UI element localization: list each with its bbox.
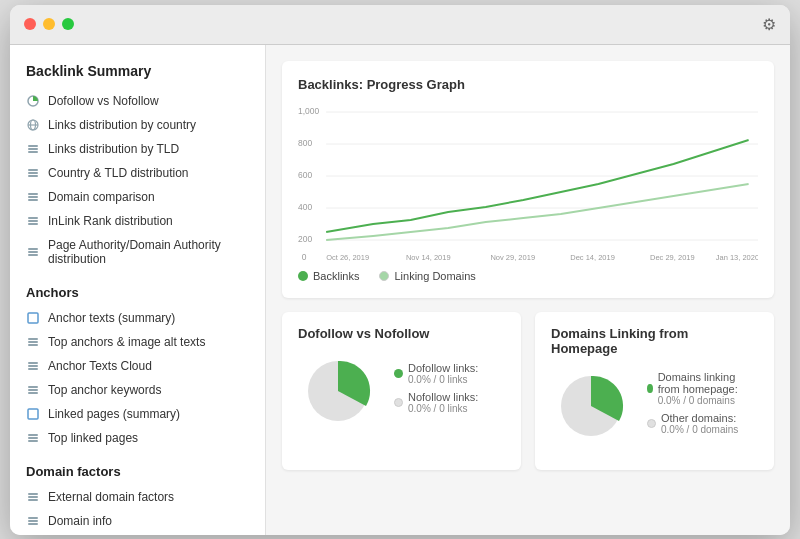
sidebar-item-domain-info[interactable]: Domain info [10, 509, 265, 533]
sidebar-item-linked-pages[interactable]: Linked pages (summary) [10, 402, 265, 426]
nofollow-value: 0.0% / 0 links [408, 403, 478, 414]
dofollow-pie-chart [298, 351, 378, 431]
svg-rect-18 [28, 254, 38, 256]
dofollow-dot [394, 369, 403, 378]
svg-rect-32 [28, 440, 38, 442]
sidebar-item-top-linked[interactable]: Top linked pages [10, 426, 265, 450]
svg-rect-5 [28, 148, 38, 150]
bottom-cards: Dofollow vs Nofollow Dofollow links: [282, 312, 774, 470]
svg-rect-11 [28, 196, 38, 198]
svg-text:800: 800 [298, 137, 312, 147]
svg-rect-28 [28, 392, 38, 394]
other-domains-value: 0.0% / 0 domains [661, 424, 738, 435]
sidebar-item-inlink[interactable]: InLink Rank distribution [10, 209, 265, 233]
maximize-button[interactable] [62, 18, 74, 30]
app-window: ⚙ Backlink Summary Dofollow vs Nofollow … [10, 5, 790, 535]
line-chart-svg: 1,000 800 600 400 200 0 Oct 26, 2019 [298, 102, 758, 262]
minimize-button[interactable] [43, 18, 55, 30]
list-icon [26, 431, 40, 445]
sidebar-item-label: External domain factors [48, 490, 174, 504]
dofollow-title: Dofollow vs Nofollow [298, 326, 505, 341]
sidebar-item-country-tld[interactable]: Country & TLD distribution [10, 161, 265, 185]
svg-rect-22 [28, 344, 38, 346]
sidebar-item-top-keywords[interactable]: Top anchor keywords [10, 378, 265, 402]
domains-homepage-dot [647, 384, 653, 393]
svg-rect-35 [28, 499, 38, 501]
svg-text:400: 400 [298, 201, 312, 211]
svg-rect-15 [28, 223, 38, 225]
nofollow-dot [394, 398, 403, 407]
sidebar-item-external-domain[interactable]: External domain factors [10, 485, 265, 509]
list-icon [26, 514, 40, 528]
list-icon [26, 214, 40, 228]
sidebar-item-label: Linked pages (summary) [48, 407, 180, 421]
svg-text:Dec 14, 2019: Dec 14, 2019 [570, 252, 615, 261]
svg-text:Dec 29, 2019: Dec 29, 2019 [650, 252, 695, 261]
domain-section-title: Domain factors [10, 450, 265, 485]
legend-linking-domains-label: Linking Domains [394, 270, 475, 282]
nofollow-label: Nofollow links: [408, 391, 478, 403]
sidebar-item-country[interactable]: Links distribution by country [10, 113, 265, 137]
anchors-section-title: Anchors [10, 271, 265, 306]
list-icon [26, 335, 40, 349]
sidebar-item-label: Page Authority/Domain Authority distribu… [48, 238, 249, 266]
sidebar-item-label: InLink Rank distribution [48, 214, 173, 228]
pie-icon [26, 94, 40, 108]
svg-rect-13 [28, 217, 38, 219]
dofollow-pie-area: Dofollow links: 0.0% / 0 links Nofollow … [298, 351, 505, 431]
svg-text:0: 0 [302, 251, 307, 261]
domains-title: Domains Linking from Homepage [551, 326, 758, 356]
list-icon [26, 142, 40, 156]
settings-button[interactable]: ⚙ [762, 15, 776, 34]
svg-rect-10 [28, 193, 38, 195]
dofollow-stats: Dofollow links: 0.0% / 0 links Nofollow … [394, 362, 478, 420]
svg-rect-16 [28, 248, 38, 250]
list-icon [26, 383, 40, 397]
legend-backlinks-label: Backlinks [313, 270, 359, 282]
list-icon [26, 359, 40, 373]
domains-stats: Domains linking from homepage: 0.0% / 0 … [647, 371, 758, 441]
linking-domains-dot [379, 271, 389, 281]
svg-text:1,000: 1,000 [298, 105, 319, 115]
svg-rect-31 [28, 437, 38, 439]
domains-card: Domains Linking from Homepage Domains li… [535, 312, 774, 470]
progress-graph-card: Backlinks: Progress Graph 1,000 800 600 … [282, 61, 774, 298]
svg-text:Nov 29, 2019: Nov 29, 2019 [490, 252, 535, 261]
list-icon [26, 490, 40, 504]
svg-rect-26 [28, 386, 38, 388]
traffic-lights [24, 18, 74, 30]
dofollow-label: Dofollow links: [408, 362, 478, 374]
chart-legend: Backlinks Linking Domains [298, 270, 758, 282]
svg-rect-38 [28, 523, 38, 525]
svg-rect-7 [28, 169, 38, 171]
svg-rect-19 [28, 313, 38, 323]
legend-backlinks: Backlinks [298, 270, 359, 282]
sidebar-item-tld[interactable]: Links distribution by TLD [10, 137, 265, 161]
box-icon [26, 311, 40, 325]
sidebar-item-label: Dofollow vs Nofollow [48, 94, 159, 108]
sidebar-item-label: Anchor Texts Cloud [48, 359, 152, 373]
sidebar-item-domain-comparison[interactable]: Domain comparison [10, 185, 265, 209]
other-domains-dot [647, 419, 656, 428]
sidebar-item-indexing[interactable]: Indexing in search engines [10, 533, 265, 535]
close-button[interactable] [24, 18, 36, 30]
svg-rect-24 [28, 365, 38, 367]
sidebar-item-dofollow[interactable]: Dofollow vs Nofollow [10, 89, 265, 113]
svg-text:Jan 13, 2020: Jan 13, 2020 [716, 252, 758, 261]
svg-rect-17 [28, 251, 38, 253]
svg-rect-20 [28, 338, 38, 340]
sidebar-item-page-authority[interactable]: Page Authority/Domain Authority distribu… [10, 233, 265, 271]
svg-rect-9 [28, 175, 38, 177]
titlebar: ⚙ [10, 5, 790, 45]
dofollow-card: Dofollow vs Nofollow Dofollow links: [282, 312, 521, 470]
sidebar-item-anchor-cloud[interactable]: Anchor Texts Cloud [10, 354, 265, 378]
svg-rect-34 [28, 496, 38, 498]
svg-rect-30 [28, 434, 38, 436]
sidebar-item-top-anchors[interactable]: Top anchors & image alt texts [10, 330, 265, 354]
sidebar-item-anchor-texts[interactable]: Anchor texts (summary) [10, 306, 265, 330]
sidebar-item-label: Top linked pages [48, 431, 138, 445]
domains-homepage-label: Domains linking from homepage: [658, 371, 758, 395]
progress-graph-title: Backlinks: Progress Graph [298, 77, 758, 92]
svg-rect-29 [28, 409, 38, 419]
sidebar: Backlink Summary Dofollow vs Nofollow Li… [10, 45, 266, 535]
